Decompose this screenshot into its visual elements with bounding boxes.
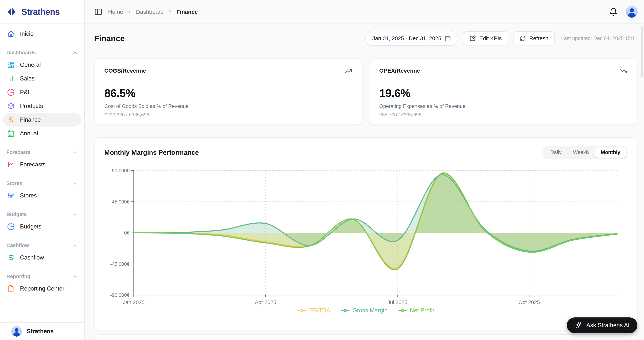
- breadcrumb-dashboard[interactable]: Dashboard: [136, 9, 164, 15]
- sidebar-item-cashflow[interactable]: Cashflow: [3, 251, 81, 264]
- brand-name: Strathens: [22, 7, 60, 17]
- svg-text:0€: 0€: [124, 230, 130, 236]
- edit-kpis-button[interactable]: Edit KPIs: [463, 31, 508, 45]
- sidebar-item-pl[interactable]: P&L: [3, 85, 81, 99]
- dashboard-grid-icon: [7, 61, 15, 69]
- sidebar-item-budgets[interactable]: Budgets: [3, 220, 81, 233]
- sidebar-item-inicio[interactable]: Inicio: [3, 27, 81, 41]
- tab-monthly[interactable]: Monthly: [595, 147, 626, 158]
- margins-chart-card: Monthly Margins Performance Daily Weekly…: [94, 137, 638, 330]
- kpi-description: Cost of Goods Sold as % of Revenue: [104, 103, 352, 109]
- section-label: Dashboards: [6, 50, 36, 56]
- kpi-detail: €65,700 / €335,698: [379, 112, 627, 118]
- margins-area-chart: 90,000€45,000€0€-45,000€-90,000€Jan 2025…: [94, 164, 638, 307]
- kpi-value: 86.5%: [104, 87, 352, 100]
- sidebar-item-finance[interactable]: Finance: [3, 113, 81, 127]
- section-label: Forecasts: [6, 150, 30, 155]
- svg-text:Jan 2025: Jan 2025: [123, 299, 144, 305]
- sidebar-section-forecasts[interactable]: Forecasts: [4, 149, 80, 155]
- sidebar-item-label: Forecasts: [20, 161, 46, 168]
- kpi-title: OPEX/Revenue: [379, 67, 420, 74]
- line-chart-icon: [7, 161, 15, 168]
- sidebar-item-label: Products: [20, 103, 43, 109]
- bell-icon: [609, 7, 618, 16]
- tab-daily[interactable]: Daily: [544, 147, 567, 158]
- dollar-icon: [7, 116, 15, 124]
- scrollbar-thumb[interactable]: [641, 26, 643, 77]
- sidebar-item-label: Budgets: [20, 223, 42, 230]
- legend-item-net-profit[interactable]: Net Profit: [398, 307, 434, 314]
- sidebar-item-label: Inicio: [20, 30, 34, 37]
- sidebar-logo[interactable]: Strathens: [0, 0, 84, 24]
- next-section-card: [94, 334, 638, 340]
- profile-avatar[interactable]: [626, 6, 638, 18]
- tab-weekly[interactable]: Weekly: [567, 147, 595, 158]
- sidebar-item-general[interactable]: General: [3, 58, 81, 72]
- sidebar-section-dashboards[interactable]: Dashboards: [4, 50, 80, 56]
- last-updated-text: Last updated: Dec 04, 2025 15:11: [561, 35, 638, 41]
- page-controls: Jan 01, 2025 - Dec 31, 2025 Edit KPIs Re…: [365, 31, 638, 46]
- section-label: Cashflow: [6, 243, 29, 248]
- refresh-button[interactable]: Refresh: [513, 31, 555, 45]
- legend-line-icon: [298, 309, 306, 312]
- chevron-up-icon: [72, 273, 78, 279]
- sidebar-item-reporting-center[interactable]: Reporting Center: [3, 282, 81, 295]
- ask-ai-button[interactable]: Ask Strathens AI: [567, 318, 638, 333]
- date-range-picker[interactable]: Jan 01, 2025 - Dec 31, 2025: [365, 31, 458, 46]
- sidebar-section-stores[interactable]: Stores: [4, 180, 80, 186]
- sidebar-toggle-button[interactable]: [94, 8, 102, 16]
- sidebar-item-products[interactable]: Products: [3, 99, 81, 113]
- legend-label: Gross Margin: [352, 307, 388, 314]
- svg-text:90,000€: 90,000€: [112, 168, 130, 173]
- refresh-label: Refresh: [529, 35, 548, 41]
- sidebar-item-label: General: [20, 61, 41, 68]
- section-label: Stores: [6, 180, 22, 186]
- chevron-up-icon: [72, 242, 78, 248]
- sidebar-item-stores[interactable]: Stores: [3, 189, 81, 202]
- date-range-value: Jan 01, 2025 - Dec 31, 2025: [372, 35, 441, 41]
- breadcrumb: Home Dashboard Finance: [108, 9, 198, 15]
- user-avatar: [11, 326, 22, 337]
- sidebar-item-label: Sales: [20, 75, 35, 82]
- section-label: Reporting: [6, 274, 30, 279]
- sidebar-item-forecasts[interactable]: Forecasts: [3, 158, 81, 171]
- sidebar-user[interactable]: Strathens: [0, 322, 84, 340]
- legend-label: Net Profit: [410, 307, 434, 314]
- svg-text:Jul 2025: Jul 2025: [387, 299, 407, 305]
- sidebar-item-sales[interactable]: Sales: [3, 72, 81, 85]
- breadcrumb-home[interactable]: Home: [108, 9, 123, 15]
- sidebar-item-annual[interactable]: Annual: [3, 127, 81, 140]
- section-label: Budgets: [6, 211, 27, 217]
- chevron-up-icon: [72, 50, 78, 56]
- edit-pencil-icon: [470, 35, 476, 41]
- home-icon: [7, 30, 15, 38]
- kpi-value: 19.6%: [379, 87, 627, 100]
- svg-text:Oct 2025: Oct 2025: [518, 299, 540, 305]
- top-bar: Home Dashboard Finance: [85, 0, 644, 24]
- svg-text:-45,000€: -45,000€: [110, 261, 130, 267]
- dollar-icon: [7, 254, 15, 261]
- notifications-button[interactable]: [609, 7, 618, 16]
- breadcrumb-current: Finance: [176, 9, 198, 15]
- sparkles-icon: [575, 322, 582, 329]
- bar-chart-icon: [7, 75, 15, 82]
- pie-chart-icon: [7, 223, 15, 230]
- report-file-icon: [7, 285, 15, 292]
- panel-left-icon: [94, 8, 102, 16]
- sidebar-section-budgets[interactable]: Budgets: [4, 211, 80, 217]
- chevron-up-icon: [72, 180, 78, 186]
- ask-ai-label: Ask Strathens AI: [586, 322, 630, 329]
- legend-item-gross-margin[interactable]: Gross Margin: [341, 307, 388, 314]
- sidebar-item-label: Reporting Center: [20, 285, 64, 292]
- kpi-row: COGS/Revenue 86.5% Cost of Goods Sold as…: [94, 58, 638, 125]
- sidebar-nav: Inicio Dashboards General Sales: [0, 24, 84, 295]
- sidebar-item-label: Stores: [20, 192, 37, 199]
- sidebar-item-label: Cashflow: [20, 254, 44, 261]
- sidebar-section-reporting[interactable]: Reporting: [4, 273, 80, 279]
- sidebar-section-cashflow[interactable]: Cashflow: [4, 242, 80, 248]
- legend-item-ebitda[interactable]: EBITDA: [298, 307, 330, 314]
- trending-up-icon: [345, 67, 352, 76]
- legend-label: EBITDA: [309, 307, 330, 314]
- app-window: Strathens Inicio Dashboards General: [0, 0, 644, 340]
- kpi-card-opex: OPEX/Revenue 19.6% Operating Expenses as…: [369, 58, 638, 125]
